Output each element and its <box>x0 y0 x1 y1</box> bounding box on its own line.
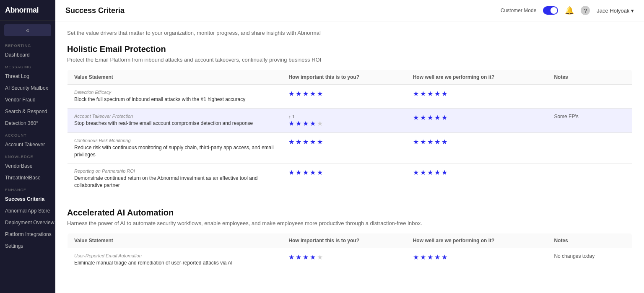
sidebar-item-account-takeover[interactable]: Account Takeover <box>0 139 55 150</box>
star-rating: ★★★★★ <box>288 138 399 146</box>
sidebar-item-search-respond[interactable]: Search & Respond <box>0 106 55 117</box>
header: Success Criteria Customer Mode 🔔 ? Jace … <box>55 0 644 21</box>
star: ★ <box>434 253 440 261</box>
star: ★ <box>427 169 433 176</box>
table-row: User-Reported Email Automation Eliminate… <box>68 248 632 272</box>
page-content: Set the value drivers that matter to you… <box>55 21 644 293</box>
star: ★ <box>288 138 294 146</box>
star: ★ <box>310 119 316 127</box>
notes-cell: Some FP's <box>547 108 632 132</box>
sidebar-item-ai-security-mailbox[interactable]: AI Security Mailbox <box>0 82 55 94</box>
notes-cell <box>547 163 632 194</box>
criteria-table-holistic-email: Value StatementHow important this is to … <box>67 70 632 194</box>
star: ★ <box>296 169 301 176</box>
row-description: Block the full spectrum of inbound email… <box>74 96 275 103</box>
star: ★ <box>310 138 316 146</box>
notes-cell: No changes today <box>547 248 632 272</box>
sidebar-item-vendor-fraud[interactable]: Vendor Fraud <box>0 94 55 106</box>
star: ★ <box>413 114 419 122</box>
performance-cell[interactable]: ★★★★★ <box>406 132 548 163</box>
importance-cell[interactable]: ★★★★★ <box>282 163 406 194</box>
value-statement-cell: User-Reported Email Automation Eliminate… <box>68 248 282 272</box>
table-column-header: How well are we performing on it? <box>406 70 548 85</box>
importance-cell[interactable]: ★★★★★ <box>282 132 406 163</box>
sidebar-section-enhance: ENHANCE <box>0 184 55 193</box>
sidebar-item-abnormal-app-store[interactable]: Abnormal App Store <box>0 205 55 217</box>
star: ★ <box>427 114 433 122</box>
logo: Abnormal <box>0 0 55 21</box>
star: ★ <box>317 90 323 98</box>
star: ★ <box>288 119 294 127</box>
star: ★ <box>434 138 440 146</box>
performance-cell[interactable]: ★★★★★ <box>406 108 548 132</box>
row-description: Eliminate manual triage and remediation … <box>74 259 275 267</box>
star-rating: ★★★★★ <box>413 90 541 98</box>
help-icon[interactable]: ? <box>581 6 590 15</box>
star-rating: ★★★★★ <box>288 253 399 261</box>
star-rating: ★★★★★ <box>413 169 541 176</box>
star: ★ <box>413 253 419 261</box>
star: ★ <box>303 169 309 176</box>
star: ★ <box>420 169 426 176</box>
sidebar-item-platform-integrations[interactable]: Platform Integrations <box>0 228 55 240</box>
sidebar-nav: REPORTINGDashboardMESSAGINGThreat LogAI … <box>0 39 55 252</box>
sidebar-item-success-criteria[interactable]: Success Criteria <box>0 193 55 205</box>
star: ★ <box>296 119 301 127</box>
sidebar-item-detection-360[interactable]: Detection 360° <box>0 117 55 129</box>
value-statement-cell: Continuous Risk Monitoring Reduce risk w… <box>68 132 282 163</box>
logo-text: Abnormal <box>5 6 39 15</box>
star: ★ <box>441 169 447 176</box>
main-content: Success Criteria Customer Mode 🔔 ? Jace … <box>55 0 644 293</box>
section-description: Protect the Email Platform from inbound … <box>67 57 632 63</box>
star: ★ <box>303 138 309 146</box>
importance-cell[interactable]: ★★★★★ <box>282 85 406 109</box>
sidebar-item-deployment-overview[interactable]: Deployment Overview <box>0 217 55 228</box>
sidebar-item-settings[interactable]: Settings <box>0 240 55 252</box>
performance-cell[interactable]: ★★★★★ <box>406 248 548 272</box>
star: ★ <box>317 169 323 176</box>
sidebar-item-threatintelbase[interactable]: ThreatIntelBase <box>0 172 55 184</box>
sidebar-item-threat-log[interactable]: Threat Log <box>0 70 55 82</box>
star: ★ <box>420 114 426 122</box>
star: ★ <box>413 138 419 146</box>
performance-cell[interactable]: ★★★★★ <box>406 85 548 109</box>
page-title: Success Criteria <box>65 6 125 15</box>
value-statement-cell: Account Takeover Protection Stop breache… <box>68 108 282 132</box>
collapse-button[interactable]: « <box>4 24 51 36</box>
sidebar-section-messaging: MESSAGING <box>0 61 55 70</box>
star: ★ <box>441 114 447 122</box>
performance-cell[interactable]: ★★★★★ <box>406 163 548 194</box>
star: ★ <box>310 253 316 261</box>
table-row: Detection Efficacy Block the full spectr… <box>68 85 632 109</box>
star-rating: ★★★★★ <box>288 90 399 98</box>
row-description: Demonstrate continued return on the Abno… <box>74 175 275 189</box>
star-rating: ★★★★★ <box>288 119 399 127</box>
toggle-knob <box>551 7 557 14</box>
notes-cell <box>547 132 632 163</box>
customer-mode-toggle[interactable] <box>543 6 558 15</box>
sidebar-item-dashboard[interactable]: Dashboard <box>0 49 55 61</box>
table-row: Reporting on Partnership ROI Demonstrate… <box>68 163 632 194</box>
sidebar-item-vendorbase[interactable]: VendorBase <box>0 160 55 172</box>
row-label: Reporting on Partnership ROI <box>74 169 275 174</box>
star: ★ <box>296 253 301 261</box>
section-description: Harness the power of AI to automate secu… <box>67 220 632 226</box>
table-column-header: Notes <box>547 233 632 248</box>
value-statement-cell: Detection Efficacy Block the full spectr… <box>68 85 282 109</box>
star: ★ <box>317 119 323 127</box>
row-description: Stop breaches with real-time email accou… <box>74 120 275 127</box>
user-menu[interactable]: Jace Holyoak ▾ <box>597 8 634 14</box>
row-label: Continuous Risk Monitoring <box>74 138 275 143</box>
star: ★ <box>310 169 316 176</box>
sidebar-section-reporting: REPORTING <box>0 39 55 49</box>
table-row: Account Takeover Protection Stop breache… <box>68 108 632 132</box>
sidebar: Abnormal « REPORTINGDashboardMESSAGINGTh… <box>0 0 55 293</box>
importance-cell[interactable]: ↑ 1★★★★★ <box>282 108 406 132</box>
table-row: Continuous Risk Monitoring Reduce risk w… <box>68 132 632 163</box>
star: ★ <box>296 90 301 98</box>
page-subtitle: Set the value drivers that matter to you… <box>67 30 632 36</box>
sidebar-section-knowledge: KNOWLEDGE <box>0 150 55 160</box>
importance-cell[interactable]: ★★★★★ <box>282 248 406 272</box>
star: ★ <box>434 90 440 98</box>
notification-icon[interactable]: 🔔 <box>565 6 574 15</box>
